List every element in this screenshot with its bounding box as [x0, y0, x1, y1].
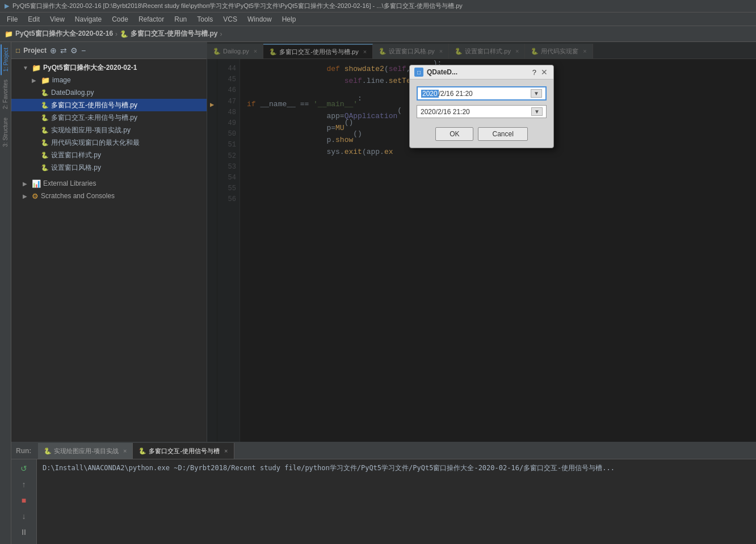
datedailog-label: DateDailog.py: [51, 89, 94, 97]
menu-run[interactable]: Run: [170, 14, 191, 24]
maximize-label: 用代码实现窗口的最大化和最: [51, 138, 140, 148]
image-folder-icon: 📁: [41, 76, 50, 85]
menu-help[interactable]: Help: [278, 14, 301, 24]
datetime-input-2[interactable]: 2020/2/16 21:20 ▼: [417, 105, 547, 118]
breadcrumb-end: ›: [220, 30, 222, 38]
dialog-title-text: QDateD...: [427, 68, 529, 76]
bottom-tab-multiwindow-label: 多窗口交互-使用信号与槽: [149, 447, 220, 455]
panel-minus-icon[interactable]: −: [81, 46, 86, 55]
bottom-tab-drawing-label: 实现绘图应用-项目实战: [54, 447, 119, 455]
bottom-tab-multiwindow-close[interactable]: ×: [224, 447, 228, 454]
run-pause-button[interactable]: ⏸: [16, 525, 32, 539]
tree-drawing[interactable]: ▶ 🐍 实现绘图应用-项目实战.py: [11, 124, 207, 136]
run-scroll-up-button[interactable]: ↑: [16, 478, 32, 491]
bottom-tab-multiwindow-icon: 🐍: [138, 447, 146, 455]
tree-maximize[interactable]: ▶ 🐍 用代码实现窗口的最大化和最: [11, 136, 207, 149]
outer-layout: 1: Project 2: Favorites 3: Structure □ P…: [0, 42, 756, 544]
main-area: □ Project ⊕ ⇄ ⚙ − ▼ 📁 PyQt5窗口操作大全-2020-0…: [11, 42, 756, 442]
bottom-tab-drawing-icon: 🐍: [44, 447, 52, 455]
tree-multiwindow-selected[interactable]: ▶ 🐍 多窗口交互-使用信号与槽.py: [11, 99, 207, 111]
root-label: PyQt5窗口操作大全-2020-02-1: [43, 63, 137, 73]
bottom-tab-drawing-close[interactable]: ×: [123, 447, 127, 454]
dialog-titlebar: □ QDateD... ? ✕: [410, 65, 553, 79]
run-dump-button[interactable]: ⇤: [16, 541, 32, 544]
menu-refactor[interactable]: Refactor: [134, 14, 169, 24]
tree-root[interactable]: ▼ 📁 PyQt5窗口操作大全-2020-02-1: [11, 61, 207, 74]
datedailog-icon: 🐍: [41, 89, 49, 97]
tree-external-libraries[interactable]: ▶ 📊 External Libraries: [11, 177, 207, 190]
run-restart-button[interactable]: ↺: [16, 462, 32, 475]
menu-view[interactable]: View: [45, 14, 69, 24]
external-libs-label: External Libraries: [43, 179, 96, 187]
drawing-icon: 🐍: [41, 127, 49, 134]
dialog-cancel-button[interactable]: Cancel: [478, 127, 527, 141]
multiwindow-icon: 🐍: [41, 102, 49, 109]
dialog-body: 2020/2/16 21:20 ▼ 2020/2/16 21:20 ▼: [410, 79, 553, 125]
far-left-sidebar: 1: Project 2: Favorites 3: Structure: [0, 42, 11, 544]
datetime2-text: 2020/2/16 21:20: [421, 108, 470, 116]
datetime1-dropdown[interactable]: ▼: [531, 89, 542, 98]
run-sidebar: ↺ ↑ ■ ↓ ⏸ ⇤ 🖨 📌 🗑: [11, 459, 37, 544]
modal-overlay: □ QDateD... ? ✕ 2020/2/16 21:20 ▼ 2020/: [207, 42, 756, 442]
maximize-icon: 🐍: [41, 139, 49, 147]
run-stop-button[interactable]: ■: [16, 493, 32, 507]
chevron-image: ▶: [32, 77, 39, 83]
external-libs-icon: 📊: [32, 179, 41, 188]
menu-vcs[interactable]: VCS: [219, 14, 242, 24]
scratches-label: Scratches and Consoles: [41, 192, 115, 200]
project-panel-title: Project: [23, 47, 47, 55]
tree-multiwindow2[interactable]: ▶ 🐍 多窗口交互-未用信号与槽.py: [11, 111, 207, 124]
run-label: Run:: [16, 447, 31, 455]
menu-file[interactable]: File: [2, 14, 22, 24]
title-icon: ▶: [5, 2, 9, 10]
tree-scratches[interactable]: ▶ ⚙ Scratches and Consoles: [11, 190, 207, 202]
panel-add-icon[interactable]: ⊕: [50, 46, 57, 55]
sidebar-label-structure[interactable]: 3: Structure: [1, 114, 10, 150]
menu-navigate[interactable]: Navigate: [70, 14, 106, 24]
menu-code[interactable]: Code: [107, 14, 133, 24]
tree-style[interactable]: ▶ 🐍 设置窗口样式.py: [11, 149, 207, 161]
panel-folder-icon: □: [16, 47, 20, 55]
theme-icon: 🐍: [41, 164, 49, 171]
menu-edit[interactable]: Edit: [23, 14, 44, 24]
file-icon-breadcrumb: 🐍: [120, 30, 128, 38]
bottom-panel: Run: 🐍 实现绘图应用-项目实战 × 🐍 多窗口交互-使用信号与槽 × ↺ …: [11, 442, 756, 544]
chevron-scratches: ▶: [23, 193, 30, 199]
datetime2-dropdown[interactable]: ▼: [531, 107, 543, 116]
root-folder-icon: 📁: [32, 64, 41, 72]
run-output: D:\Install\ANACONDA2\python.exe ~D:/Byrb…: [37, 459, 756, 544]
scratches-icon: ⚙: [32, 192, 39, 200]
multiwindow-label: 多窗口交互-使用信号与槽.py: [51, 101, 137, 110]
tree-theme[interactable]: ▶ 🐍 设置窗口风格.py: [11, 161, 207, 174]
breadcrumb-project[interactable]: PyQt5窗口操作大全-2020-02-16: [15, 29, 113, 39]
datetime-input-1[interactable]: 2020/2/16 21:20 ▼: [417, 86, 547, 101]
dialog-question-mark[interactable]: ?: [532, 68, 536, 77]
menu-window[interactable]: Window: [243, 14, 276, 24]
image-label: image: [52, 76, 71, 84]
panel-sync-icon[interactable]: ⇄: [60, 46, 67, 55]
dialog-ok-button[interactable]: OK: [435, 127, 473, 141]
bottom-tab-drawing[interactable]: 🐍 实现绘图应用-项目实战 ×: [38, 443, 133, 459]
chevron-root: ▼: [23, 65, 30, 71]
run-scroll-down-button[interactable]: ↓: [16, 509, 32, 523]
project-tree: ▼ 📁 PyQt5窗口操作大全-2020-02-1 ▶ 📁 image ▶ 🐍: [11, 59, 207, 442]
dialog-title-icon: □: [414, 68, 423, 77]
tree-datedailog[interactable]: ▶ 🐍 DateDailog.py: [11, 86, 207, 99]
breadcrumb-bar: 📁 PyQt5窗口操作大全-2020-02-16 › 🐍 多窗口交互-使用信号与…: [0, 26, 756, 42]
style-icon: 🐍: [41, 152, 49, 159]
bottom-content: ↺ ↑ ■ ↓ ⏸ ⇤ 🖨 📌 🗑 D:\Install\ANACONDA2\p…: [11, 459, 756, 544]
bottom-tab-multiwindow[interactable]: 🐍 多窗口交互-使用信号与槽 ×: [133, 443, 234, 459]
run-output-text: D:\Install\ANACONDA2\python.exe ~D:/Byrb…: [43, 464, 615, 472]
menu-tools[interactable]: Tools: [192, 14, 217, 24]
tree-image-folder[interactable]: ▶ 📁 image: [11, 74, 207, 86]
dialog-close-button[interactable]: ✕: [540, 68, 549, 77]
panel-settings-icon[interactable]: ⚙: [70, 46, 78, 55]
breadcrumb-file[interactable]: 多窗口交互-使用信号与槽.py: [131, 29, 217, 39]
sidebar-label-project[interactable]: 1: Project: [1, 44, 10, 75]
menu-bar: File Edit View Navigate Code Refactor Ru…: [0, 12, 756, 26]
datetime1-rest: /2/16 21:20: [439, 90, 473, 98]
dialog: □ QDateD... ? ✕ 2020/2/16 21:20 ▼ 2020/: [409, 65, 554, 148]
project-icon: 📁: [5, 30, 13, 38]
sidebar-label-favorites[interactable]: 2: Favorites: [1, 76, 10, 112]
title-bar: ▶ PyQt5窗口操作大全-2020-02-16 [D:\Byrbt2018\R…: [0, 0, 756, 12]
